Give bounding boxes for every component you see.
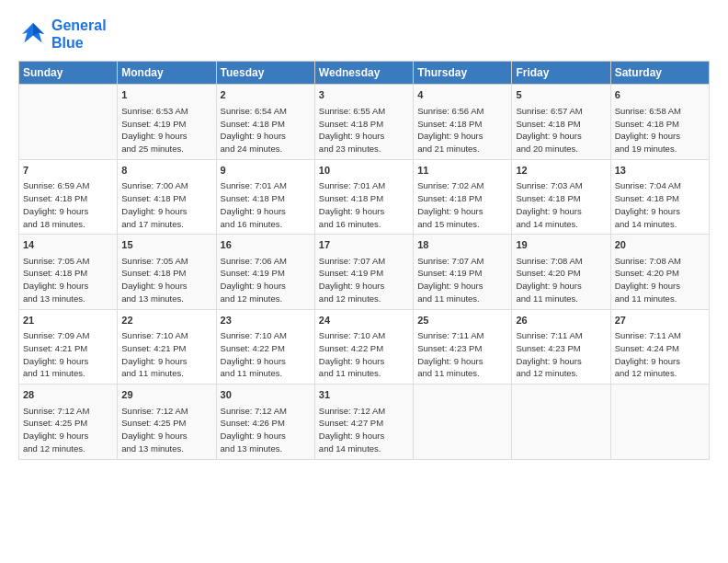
day-number: 4 [417,88,507,102]
day-info: Sunrise: 6:56 AM Sunset: 4:18 PM Dayligh… [417,105,507,155]
weekday-header-friday: Friday [512,62,610,85]
day-info: Sunrise: 7:12 AM Sunset: 4:25 PM Dayligh… [121,405,211,455]
calendar-cell: 7Sunrise: 6:59 AM Sunset: 4:18 PM Daylig… [19,159,118,234]
calendar-week-0: 1Sunrise: 6:53 AM Sunset: 4:19 PM Daylig… [19,85,710,159]
day-number: 12 [516,164,606,178]
calendar-cell: 8Sunrise: 7:00 AM Sunset: 4:18 PM Daylig… [118,159,216,234]
calendar-cell: 15Sunrise: 7:05 AM Sunset: 4:18 PM Dayli… [118,235,216,309]
day-number: 9 [221,164,311,178]
weekday-header-sunday: Sunday [19,62,118,85]
calendar-cell: 12Sunrise: 7:03 AM Sunset: 4:18 PM Dayli… [512,159,610,234]
day-info: Sunrise: 6:58 AM Sunset: 4:18 PM Dayligh… [615,105,705,155]
day-info: Sunrise: 7:00 AM Sunset: 4:18 PM Dayligh… [121,179,211,230]
calendar-cell [19,85,118,159]
day-number: 3 [319,88,409,102]
day-info: Sunrise: 7:02 AM Sunset: 4:18 PM Dayligh… [417,179,507,230]
day-info: Sunrise: 7:11 AM Sunset: 4:23 PM Dayligh… [516,329,606,380]
calendar-cell: 22Sunrise: 7:10 AM Sunset: 4:21 PM Dayli… [118,309,216,384]
logo-icon [18,19,48,49]
day-number: 20 [615,238,705,252]
day-number: 19 [516,238,606,252]
day-number: 10 [319,164,409,178]
logo-text: General Blue [51,17,107,52]
calendar-cell: 26Sunrise: 7:11 AM Sunset: 4:23 PM Dayli… [512,309,610,384]
day-info: Sunrise: 7:07 AM Sunset: 4:19 PM Dayligh… [319,255,409,305]
calendar-cell [414,385,512,459]
day-info: Sunrise: 7:12 AM Sunset: 4:27 PM Dayligh… [319,405,409,455]
calendar-cell: 24Sunrise: 7:10 AM Sunset: 4:22 PM Dayli… [314,309,413,384]
calendar-cell: 13Sunrise: 7:04 AM Sunset: 4:18 PM Dayli… [610,159,709,234]
day-number: 1 [121,88,211,102]
day-info: Sunrise: 6:57 AM Sunset: 4:18 PM Dayligh… [516,105,606,155]
calendar-cell: 4Sunrise: 6:56 AM Sunset: 4:18 PM Daylig… [414,85,512,159]
day-info: Sunrise: 7:10 AM Sunset: 4:22 PM Dayligh… [319,329,409,380]
calendar-week-2: 14Sunrise: 7:05 AM Sunset: 4:18 PM Dayli… [19,235,710,309]
day-info: Sunrise: 7:12 AM Sunset: 4:26 PM Dayligh… [221,405,311,455]
day-number: 5 [516,88,606,102]
day-info: Sunrise: 7:03 AM Sunset: 4:18 PM Dayligh… [516,179,606,230]
day-info: Sunrise: 6:53 AM Sunset: 4:19 PM Dayligh… [121,105,211,155]
day-number: 28 [23,388,113,402]
day-number: 30 [221,388,311,402]
calendar-cell: 25Sunrise: 7:11 AM Sunset: 4:23 PM Dayli… [414,309,512,384]
day-info: Sunrise: 7:11 AM Sunset: 4:24 PM Dayligh… [615,329,705,380]
day-number: 15 [121,238,211,252]
calendar-table: SundayMondayTuesdayWednesdayThursdayFrid… [18,61,710,459]
day-info: Sunrise: 6:54 AM Sunset: 4:18 PM Dayligh… [221,105,311,155]
day-number: 13 [615,164,705,178]
calendar-cell: 3Sunrise: 6:55 AM Sunset: 4:18 PM Daylig… [314,85,413,159]
calendar-cell: 2Sunrise: 6:54 AM Sunset: 4:18 PM Daylig… [216,85,314,159]
header: General Blue [18,17,710,52]
weekday-header-row: SundayMondayTuesdayWednesdayThursdayFrid… [19,62,710,85]
day-number: 17 [319,238,409,252]
calendar-cell: 18Sunrise: 7:07 AM Sunset: 4:19 PM Dayli… [414,235,512,309]
calendar-week-3: 21Sunrise: 7:09 AM Sunset: 4:21 PM Dayli… [19,309,710,384]
calendar-cell: 20Sunrise: 7:08 AM Sunset: 4:20 PM Dayli… [610,235,709,309]
day-number: 21 [23,314,113,327]
calendar-cell: 29Sunrise: 7:12 AM Sunset: 4:25 PM Dayli… [118,385,216,459]
day-info: Sunrise: 7:11 AM Sunset: 4:23 PM Dayligh… [417,329,507,380]
calendar-cell: 5Sunrise: 6:57 AM Sunset: 4:18 PM Daylig… [512,85,610,159]
day-info: Sunrise: 7:01 AM Sunset: 4:18 PM Dayligh… [319,179,409,230]
day-number: 22 [121,314,211,327]
day-info: Sunrise: 7:08 AM Sunset: 4:20 PM Dayligh… [615,255,705,305]
day-info: Sunrise: 7:10 AM Sunset: 4:21 PM Dayligh… [121,329,211,380]
calendar-cell: 17Sunrise: 7:07 AM Sunset: 4:19 PM Dayli… [314,235,413,309]
day-number: 18 [417,238,507,252]
calendar-cell: 14Sunrise: 7:05 AM Sunset: 4:18 PM Dayli… [19,235,118,309]
calendar-cell: 6Sunrise: 6:58 AM Sunset: 4:18 PM Daylig… [610,85,709,159]
day-info: Sunrise: 7:07 AM Sunset: 4:19 PM Dayligh… [417,255,507,305]
day-info: Sunrise: 7:05 AM Sunset: 4:18 PM Dayligh… [23,255,113,305]
weekday-header-saturday: Saturday [610,62,709,85]
day-info: Sunrise: 6:59 AM Sunset: 4:18 PM Dayligh… [23,179,113,230]
weekday-header-thursday: Thursday [414,62,512,85]
day-info: Sunrise: 6:55 AM Sunset: 4:18 PM Dayligh… [319,105,409,155]
calendar-week-1: 7Sunrise: 6:59 AM Sunset: 4:18 PM Daylig… [19,159,710,234]
day-info: Sunrise: 7:08 AM Sunset: 4:20 PM Dayligh… [516,255,606,305]
calendar-cell: 11Sunrise: 7:02 AM Sunset: 4:18 PM Dayli… [414,159,512,234]
day-number: 2 [221,88,311,102]
calendar-cell [512,385,610,459]
day-number: 26 [516,314,606,327]
weekday-header-tuesday: Tuesday [216,62,314,85]
day-info: Sunrise: 7:04 AM Sunset: 4:18 PM Dayligh… [615,179,705,230]
day-number: 8 [121,164,211,178]
weekday-header-monday: Monday [118,62,216,85]
page-container: General Blue SundayMondayTuesdayWednesda… [0,0,728,469]
calendar-cell: 27Sunrise: 7:11 AM Sunset: 4:24 PM Dayli… [610,309,709,384]
calendar-cell: 23Sunrise: 7:10 AM Sunset: 4:22 PM Dayli… [216,309,314,384]
day-number: 27 [615,314,705,327]
day-number: 23 [221,314,311,327]
day-info: Sunrise: 7:05 AM Sunset: 4:18 PM Dayligh… [121,255,211,305]
weekday-header-wednesday: Wednesday [314,62,413,85]
day-number: 31 [319,388,409,402]
calendar-week-4: 28Sunrise: 7:12 AM Sunset: 4:25 PM Dayli… [19,385,710,459]
calendar-cell: 31Sunrise: 7:12 AM Sunset: 4:27 PM Dayli… [314,385,413,459]
calendar-cell: 21Sunrise: 7:09 AM Sunset: 4:21 PM Dayli… [19,309,118,384]
day-number: 11 [417,164,507,178]
calendar-cell [610,385,709,459]
day-info: Sunrise: 7:09 AM Sunset: 4:21 PM Dayligh… [23,329,113,380]
logo: General Blue [18,17,107,52]
day-info: Sunrise: 7:06 AM Sunset: 4:19 PM Dayligh… [221,255,311,305]
day-number: 24 [319,314,409,327]
